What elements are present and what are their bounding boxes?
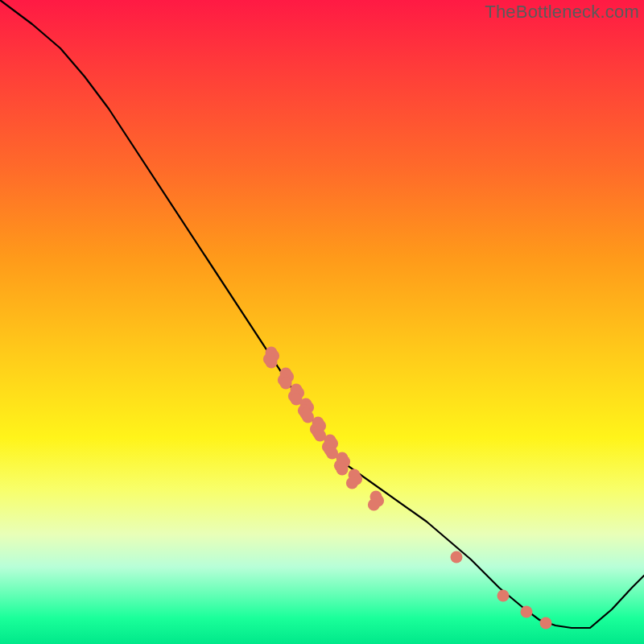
data-dot bbox=[451, 551, 463, 564]
data-dot bbox=[497, 590, 510, 602]
data-dot bbox=[521, 606, 533, 618]
data-dot bbox=[368, 499, 380, 511]
bottleneck-curve bbox=[0, 0, 644, 628]
data-dot bbox=[540, 617, 552, 630]
data-dot bbox=[266, 357, 278, 369]
chart-stage: TheBottleneck.com bbox=[0, 0, 644, 644]
data-dot bbox=[346, 477, 358, 489]
data-dot bbox=[280, 378, 292, 390]
data-dots-group bbox=[263, 347, 552, 630]
data-dot bbox=[336, 464, 349, 476]
chart-overlay-svg bbox=[0, 0, 644, 644]
